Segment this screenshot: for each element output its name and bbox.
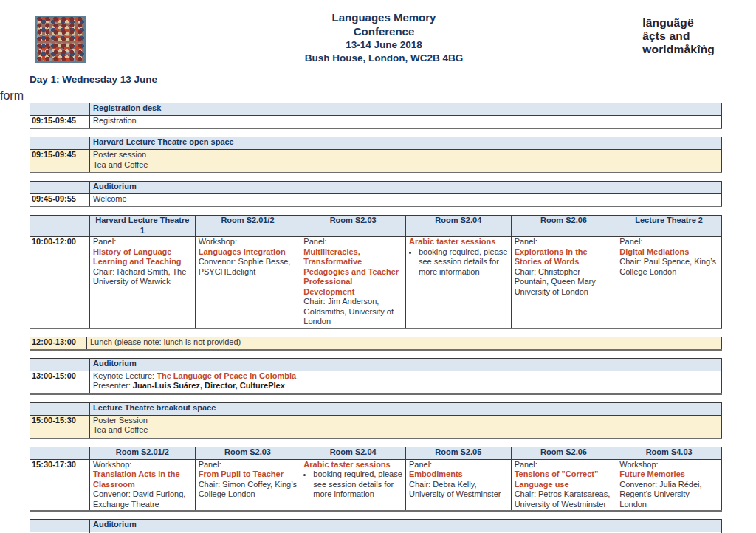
session-cell: Panel: Embodiments Chair: Debra Kelly, U…	[405, 459, 511, 511]
session-cell: Workshop: Languages Integration Convenor…	[195, 237, 300, 329]
section-table-registration: Registration desk 09:15-09:45 Registrati…	[30, 103, 722, 129]
session-cell: Panel: Explorations in the Stories of Wo…	[511, 237, 616, 329]
session-type: Panel:	[303, 237, 402, 247]
session-title: Digital Mediations	[619, 247, 718, 258]
grid-body-row: 15:30-17:30 Workshop: Translation Acts i…	[30, 459, 722, 511]
org-logo-line-1: lānguãgë	[642, 16, 715, 30]
session-chair: Chair: Petros Karatsareas, University of…	[515, 489, 614, 509]
session-cell: Arabic taster sessions booking required,…	[300, 459, 406, 511]
presenter-label: Presenter:	[93, 381, 133, 390]
room-header: Lecture Theatre breakout space	[90, 402, 722, 415]
room-header: Auditorium	[90, 358, 722, 371]
session-type: Workshop:	[619, 460, 718, 470]
session-title: Languages Integration	[199, 247, 298, 258]
room-header: Room S2.01/2	[90, 447, 196, 459]
day-heading: Day 1: Wednesday 13 June	[30, 74, 756, 85]
session-cell: Keynote Lecture: The Language of Peace i…	[90, 371, 722, 394]
lunch-table: 12:00-13:00 Lunch (please note: lunch is…	[30, 337, 722, 351]
session-line: Poster session	[93, 150, 718, 160]
table-row: 09:45-09:55 Welcome	[30, 194, 722, 207]
morning-sessions-table: Harvard Lecture Theatre 1 Room S2.01/2 R…	[30, 215, 722, 329]
org-logo-line-2: âçts and	[642, 30, 715, 43]
session-type: Panel:	[619, 237, 718, 247]
session-type: Panel:	[93, 237, 192, 247]
title-dates: 13-14 June 2018	[185, 38, 583, 52]
time-cell: 10:00-12:00	[30, 237, 90, 329]
mosaic-collage-image	[35, 16, 86, 63]
table-row: 09:15-09:45 Registration	[30, 116, 722, 129]
presenter-line: Presenter: Juan-Luis Suárez, Director, C…	[93, 381, 718, 391]
section-table-welcome: Auditorium 09:45-09:55 Welcome	[30, 181, 722, 207]
session-cell: Panel: Multiliteracies, Transformative P…	[300, 237, 406, 329]
session-cell: Registration	[90, 116, 722, 129]
session-cell: Panel: From Pupil to Teacher Chair: Simo…	[195, 459, 300, 511]
time-cell: 15:00-15:30	[30, 415, 90, 439]
session-title: Arabic taster sessions	[409, 237, 508, 247]
session-chair: Convenor: Sophie Besse, PSYCHEdelight	[199, 257, 298, 277]
grid-body-row: 10:00-12:00 Panel: History of Language L…	[30, 237, 722, 329]
empty-header-cell	[30, 447, 90, 459]
room-header: Room S2.04	[300, 447, 406, 459]
session-line: Tea and Coffee	[93, 160, 718, 171]
session-cell: Panel: History of Language Learning and …	[90, 237, 196, 329]
session-cell: Arabic taster sessions booking required,…	[405, 237, 511, 329]
time-cell: 12:00-13:00	[30, 337, 87, 350]
session-cell: Welcome	[90, 194, 722, 207]
title-venue: Bush House, London, WC2B 4BG	[185, 52, 583, 65]
keynote-label: Keynote Lecture:	[93, 371, 157, 380]
room-header: Lecture Theatre 2	[616, 216, 722, 237]
session-line: Tea and Coffee	[93, 425, 718, 436]
session-title: Future Memories	[619, 470, 718, 480]
session-type: Panel:	[409, 460, 508, 470]
session-cell: Lunch (please note: lunch is not provide…	[87, 337, 722, 350]
table-row: 12:00-13:00 Lunch (please note: lunch is…	[30, 337, 722, 350]
grid-header-row: Harvard Lecture Theatre 1 Room S2.01/2 R…	[30, 216, 722, 237]
session-title: Multiliteracies, Transformative Pedagogi…	[303, 247, 402, 298]
session-cell: Panel: Tensions of "Correct” Language us…	[511, 459, 616, 511]
session-cell: Panel: Digital Mediations Chair: Paul Sp…	[616, 237, 722, 329]
session-chair: Convenor: David Furlong, Exchange Theatr…	[93, 489, 192, 509]
session-chair: Chair: Christopher Pountain, Queen Mary …	[515, 267, 614, 298]
session-type: Panel:	[515, 237, 614, 247]
room-header: Room S2.06	[511, 216, 616, 237]
page-title: Languages Memory Conference 13-14 June 2…	[185, 10, 583, 65]
time-cell: 15:30-17:30	[30, 459, 90, 511]
empty-header-cell	[30, 358, 90, 371]
room-header: Room S2.03	[300, 216, 406, 237]
session-cell: Workshop: Translation Acts in the Classr…	[90, 459, 196, 511]
time-cell: 09:15-09:45	[30, 150, 90, 173]
presenter-name: Juan-Luis Suárez, Director, CulturePlex	[133, 381, 285, 390]
room-header: Auditorium	[90, 520, 722, 532]
page-header: Languages Memory Conference 13-14 June 2…	[0, 0, 756, 72]
session-type: Panel:	[515, 460, 614, 470]
room-header: Room S2.06	[511, 447, 616, 459]
empty-header-cell	[30, 216, 90, 237]
room-header: Auditorium	[90, 182, 722, 194]
conference-schedule-page: Languages Memory Conference 13-14 June 2…	[0, 0, 756, 533]
roundtable-table: Auditorium 18:00-19:00 Authors and Trans…	[30, 519, 722, 533]
room-header: Room S2.03	[195, 447, 300, 459]
room-header: Harvard Lecture Theatre 1	[90, 216, 196, 237]
session-chair: Chair: Paul Spence, King’s College Londo…	[619, 257, 718, 277]
room-header: Harvard Lecture Theatre open space	[90, 137, 722, 150]
bullet-item: booking required, please see session det…	[313, 470, 402, 500]
room-header: Room S4.03	[616, 447, 722, 459]
title-line-1: Languages Memory	[185, 10, 583, 24]
breakout-table: Lecture Theatre breakout space 15:00-15:…	[30, 402, 722, 439]
table-row: 15:00-15:30 Poster Session Tea and Coffe…	[30, 415, 722, 439]
table-row: 09:15-09:45 Poster session Tea and Coffe…	[30, 150, 722, 173]
session-title: Explorations in the Stories of Words	[515, 247, 614, 267]
session-type: Panel:	[199, 460, 298, 470]
org-logo-text: lānguãgë âçts and worldmåkîṅg	[642, 16, 715, 56]
time-cell: 09:15-09:45	[30, 116, 90, 129]
session-cell: Poster Session Tea and Coffee	[90, 415, 722, 439]
session-line: Poster Session	[93, 416, 718, 426]
session-title: Tensions of "Correct” Language use	[515, 470, 614, 489]
session-title: From Pupil to Teacher	[199, 470, 298, 480]
bullet-item: booking required, please see session det…	[419, 247, 508, 278]
session-chair: Chair: Jim Anderson, Goldsmiths, Univers…	[303, 297, 402, 327]
room-header: Room S2.01/2	[195, 216, 300, 237]
empty-header-cell	[30, 182, 90, 194]
room-header: Registration desk	[90, 103, 722, 116]
session-chair: Chair: Richard Smith, The University of …	[93, 267, 192, 287]
